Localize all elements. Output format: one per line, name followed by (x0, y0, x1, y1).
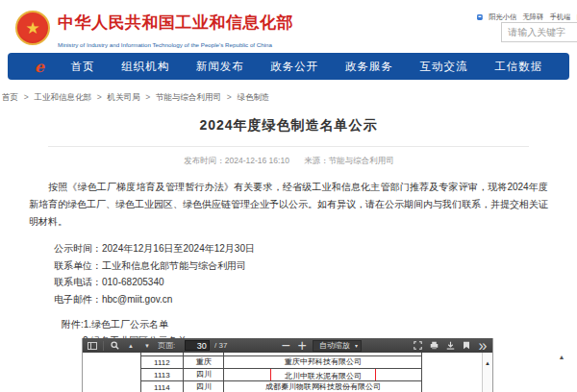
row-region: 重庆 (196, 356, 212, 367)
site-brand: ★ 中华人民共和国工业和信息化部 Ministry of Industry an… (15, 6, 404, 50)
next-page-icon[interactable]: ▼ (141, 339, 153, 352)
search-input[interactable] (501, 22, 577, 42)
zoom-mode-value: 自动缩放 (319, 340, 350, 351)
sidebar-toggle-icon[interactable] (87, 339, 98, 352)
attachment-green-factory[interactable]: 1.绿色工厂公示名单 (84, 319, 168, 330)
find-icon[interactable] (109, 339, 120, 352)
breadcrumb-energy-dept[interactable]: 节能与综合利用司 (156, 92, 221, 101)
site-subtitle: Ministry of Industry and Information Tec… (58, 41, 272, 48)
contact-email: 电子邮件：hbc@miit.gov.cn (54, 291, 548, 308)
quick-link-mobile[interactable]: 手机端 (549, 12, 570, 22)
pdf-document-area: 1112 重庆 重庆中邦科技有限公司 1113 四川 北川中联水泥有限公司 11… (83, 353, 492, 392)
publish-time-label: 发布时间： (184, 156, 225, 164)
public-notice-period: 公示时间：2024年12月16日至2024年12月30日 (54, 240, 548, 257)
breadcrumb-departments[interactable]: 机关司局 (107, 92, 139, 101)
zoom-out-icon[interactable]: − (280, 339, 291, 352)
row-region: 四川 (196, 381, 212, 392)
row-number: 1113 (154, 371, 170, 380)
breadcrumb-home[interactable]: 首页 (2, 92, 18, 101)
dropdown-caret-icon: ▾ (355, 342, 358, 349)
site-title: 中华人民共和国工业和信息化部 (58, 12, 404, 34)
breadcrumb-separator: > (97, 92, 102, 101)
breadcrumb-separator: > (227, 92, 232, 101)
breadcrumb-green-manufacturing[interactable]: 绿色制造 (237, 92, 269, 101)
zoom-mode-select[interactable]: 自动缩放 ▾ (313, 340, 362, 352)
quick-link-assistant[interactable]: 阳光小信 (489, 12, 516, 22)
pdf-toolbar: ▲ ▼ 页面: / 37 − + 自动缩放 ▾ » (83, 338, 492, 353)
page-total: / 37 (214, 341, 227, 350)
announcement-paragraph: 按照《绿色工厂梯度培育及管理暂行办法》有关要求，经省级工业和信息化主管部门推荐及… (29, 179, 548, 231)
contact-info: 公示时间：2024年12月16日至2024年12月30日 联系单位：工业和信息化… (54, 240, 548, 307)
breadcrumb-separator: > (145, 92, 150, 101)
highlight-box: 北川中联水泥有限公司 (270, 369, 376, 380)
table-row: 1114 四川 成都秦川物联网科技股份有限公司 (141, 381, 422, 392)
table-row: 1112 重庆 重庆中邦科技有限公司 (141, 356, 422, 369)
nav-item-organization[interactable]: 组织机构 (121, 60, 169, 74)
attachments-label: 附件: (62, 319, 84, 330)
main-nav: e 首页 组织机构 新闻发布 政务公开 政务服务 互动交流 工信数据 (8, 53, 569, 80)
table-row-highlighted: 1113 四川 北川中联水泥有限公司 (141, 369, 422, 381)
source-value: 节能与综合利用司 (328, 156, 393, 164)
pdf-scrollbar[interactable]: ▲ (482, 353, 492, 392)
contact-unit: 联系单位：工业和信息化部节能与综合利用司 (54, 257, 548, 275)
nav-item-interaction[interactable]: 互动交流 (420, 60, 468, 74)
page-label: 页面: (158, 340, 175, 351)
print-icon[interactable] (428, 339, 439, 352)
row-region: 四川 (196, 369, 212, 380)
assistant-icon (477, 14, 483, 20)
page-title: 2024年度绿色制造名单公示 (29, 117, 548, 135)
article-meta: 发布时间：2024-12-16 16:10来源：节能与综合利用司 (29, 150, 548, 163)
pdf-viewer: ▲ ▼ 页面: / 37 − + 自动缩放 ▾ » (82, 338, 493, 392)
national-emblem-icon: ★ (15, 11, 50, 45)
nav-item-data[interactable]: 工信数据 (494, 60, 542, 74)
nav-item-gov-affairs[interactable]: 政务公开 (270, 60, 318, 74)
row-number: 1112 (154, 358, 170, 367)
site-header: ★ 中华人民共和国工业和信息化部 Ministry of Industry an… (0, 0, 577, 50)
scroll-up-icon[interactable]: ▲ (485, 359, 490, 366)
nav-item-home[interactable]: 首页 (71, 60, 95, 74)
presentation-mode-icon[interactable] (412, 339, 423, 352)
previous-page-icon[interactable]: ▲ (125, 339, 137, 352)
nav-item-services[interactable]: 政务服务 (345, 60, 393, 74)
emblem-star-glyph: ★ (25, 18, 39, 38)
quick-link-accessibility[interactable]: 无障碍 (522, 12, 543, 22)
zoom-in-icon[interactable]: + (296, 339, 308, 352)
row-company: 成都秦川物联网科技股份有限公司 (265, 381, 381, 392)
bookmark-icon[interactable] (461, 339, 472, 352)
breadcrumb: 首页 > 工业和信息化部 > 机关司局 > 节能与综合利用司 > 绿色制造 (2, 86, 577, 98)
row-number: 1114 (154, 383, 170, 392)
row-company: 北川中联水泥有限公司 (285, 371, 362, 380)
download-icon[interactable] (444, 339, 456, 352)
title-divider (48, 146, 529, 147)
breadcrumb-miit[interactable]: 工业和信息化部 (34, 92, 91, 101)
source-label: 来源： (304, 156, 329, 164)
nav-item-news[interactable]: 新闻发布 (196, 60, 244, 74)
pdf-table: 1112 重庆 重庆中邦科技有限公司 1113 四川 北川中联水泥有限公司 11… (140, 353, 422, 392)
toolbar-divider (103, 341, 104, 351)
contact-phone: 联系电话：010-68205340 (54, 274, 548, 291)
article: 2024年度绿色制造名单公示 发布时间：2024-12-16 16:10来源：节… (0, 117, 577, 365)
breadcrumb-separator: > (24, 92, 29, 101)
row-company: 重庆中邦科技有限公司 (285, 356, 362, 367)
miit-logo-icon[interactable]: e (35, 58, 44, 76)
more-tools-icon[interactable]: » (477, 339, 489, 352)
page-number-input[interactable] (185, 340, 210, 351)
publish-time-value: 2024-12-16 16:10 (224, 156, 288, 164)
page-scroll-up-indicator[interactable]: ▲ (558, 354, 564, 361)
